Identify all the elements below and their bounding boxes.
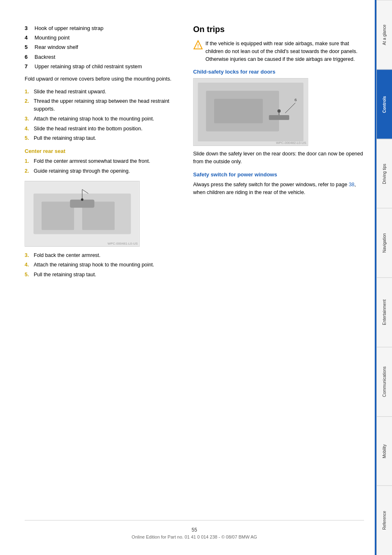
intro-text: Fold upward or remove covers before usin…: [25, 75, 181, 83]
step1-text-5: Pull the retaining strap taut.: [34, 134, 96, 142]
step3-4: 4. Attach the retaining strap hook to th…: [25, 261, 181, 269]
step1-4: 4. Slide the head restraint into the bot…: [25, 125, 181, 133]
step3-3: 3. Fold back the center armrest.: [25, 252, 181, 259]
footer-text: Online Edition for Part no. 01 41 0 014 …: [131, 534, 257, 539]
sidebar-tab-mobility[interactable]: Mobility: [377, 416, 392, 486]
step3-text-4: Attach the retaining strap hook to the m…: [34, 261, 154, 269]
step2-2: 2. Guide retaining strap through the ope…: [25, 167, 181, 175]
step3-num-5: 5.: [25, 271, 30, 279]
sidebar: At a glance Controls Driving tips Naviga…: [376, 0, 392, 555]
step1-num-5: 5.: [25, 134, 30, 142]
item-text-6: Backrest: [35, 53, 55, 61]
svg-rect-2: [42, 201, 74, 230]
sidebar-tab-driving-tips[interactable]: Driving tips: [377, 139, 392, 208]
center-armrest-diagram: WPC-000481-L0-US: [25, 181, 140, 247]
sidebar-tab-navigation[interactable]: Navigation: [377, 208, 392, 278]
item-num-5: 5: [25, 44, 31, 51]
step2-1: 1. Fold the center armrest somewhat towa…: [25, 157, 181, 165]
item-text-4: Mounting point: [35, 34, 69, 42]
step2-text-1: Fold the center armrest somewhat toward …: [34, 157, 150, 165]
sidebar-tab-controls[interactable]: Controls: [377, 69, 392, 139]
step3-num-3: 3.: [25, 252, 30, 259]
steps1-list: 1. Slide the head restraint upward. 2. T…: [25, 88, 181, 143]
warning-icon: !: [193, 40, 202, 63]
step1-2: 2. Thread the upper retaining strap betw…: [25, 97, 181, 113]
step3-5: 5. Pull the retaining strap taut.: [25, 271, 181, 279]
power-windows-link[interactable]: 38: [349, 182, 355, 187]
page-footer: 55 Online Edition for Part no. 01 41 0 0…: [25, 520, 364, 543]
item-text-5: Rear window shelf: [35, 44, 78, 51]
child-safety-photo: 6 WPC-000482-L0-US: [193, 78, 308, 146]
warning-box: ! If the vehicle is equipped with rear s…: [193, 40, 364, 63]
step1-num-2: 2.: [25, 97, 30, 113]
list-item-3: 3 Hook of upper retaining strap: [25, 25, 181, 32]
step3-text-3: Fold back the center armrest.: [34, 252, 101, 259]
power-windows-heading: Safety switch for power windows: [193, 171, 364, 178]
numbered-items-list: 3 Hook of upper retaining strap 4 Mounti…: [25, 25, 181, 70]
step1-text-1: Slide the head restraint upward.: [34, 88, 106, 96]
diagram-label: WPC-000481-L0-US: [108, 242, 138, 245]
blue-accent-bar: [375, 0, 376, 555]
power-windows-text-before: Always press the safety switch for the p…: [193, 182, 349, 187]
step1-text-2: Thread the upper retaining strap between…: [34, 97, 181, 113]
svg-text:!: !: [197, 43, 199, 49]
list-item-7: 7 Upper retaining strap of child restrai…: [25, 63, 181, 70]
svg-rect-13: [214, 99, 263, 123]
step2-num-2: 2.: [25, 167, 30, 175]
step1-num-3: 3.: [25, 115, 30, 123]
step2-num-1: 1.: [25, 157, 30, 165]
step1-text-4: Slide the head restraint into the bottom…: [34, 125, 143, 133]
sidebar-tab-reference[interactable]: Reference: [377, 486, 392, 555]
step1-3: 3. Attach the retaining strap hook to th…: [25, 115, 181, 123]
svg-point-6: [81, 198, 83, 201]
steps3-list: 3. Fold back the center armrest. 4. Atta…: [25, 252, 181, 279]
list-item-5: 5 Rear window shelf: [25, 44, 181, 51]
center-rear-seat-heading: Center rear seat: [25, 148, 181, 154]
page-number: 55: [25, 527, 364, 533]
sidebar-tab-communications[interactable]: Communications: [377, 347, 392, 416]
warning-text: If the vehicle is equipped with rear sid…: [205, 40, 364, 63]
item-num-7: 7: [25, 63, 31, 70]
steps2-list: 1. Fold the center armrest somewhat towa…: [25, 157, 181, 175]
item-num-3: 3: [25, 25, 31, 32]
list-item-4: 4 Mounting point: [25, 34, 181, 42]
svg-text:6: 6: [295, 98, 297, 102]
step1-num-4: 4.: [25, 125, 30, 133]
step1-text-3: Attach the retaining strap hook to the m…: [34, 115, 154, 123]
step2-text-2: Guide retaining strap through the openin…: [34, 167, 130, 175]
photo-label: WPC-000482-L0-US: [276, 141, 306, 145]
step1-num-1: 1.: [25, 88, 30, 96]
step1-5: 5. Pull the retaining strap taut.: [25, 134, 181, 142]
sidebar-tab-at-a-glance[interactable]: At a glance: [377, 0, 392, 69]
child-safety-text: Slide down the safety lever on the rear …: [193, 150, 364, 166]
sidebar-tab-entertainment[interactable]: Entertainment: [377, 278, 392, 347]
section-title: On trips: [193, 25, 364, 34]
item-text-7: Upper retaining strap of child restraint…: [35, 63, 142, 70]
list-item-6: 6 Backrest: [25, 53, 181, 61]
step1-1: 1. Slide the head restraint upward.: [25, 88, 181, 96]
step3-num-4: 4.: [25, 261, 30, 269]
svg-point-16: [277, 109, 281, 113]
item-num-4: 4: [25, 34, 31, 42]
item-text-3: Hook of upper retaining strap: [35, 25, 104, 32]
child-safety-heading: Child-safety locks for rear doors: [193, 69, 364, 75]
svg-rect-14: [269, 115, 289, 120]
power-windows-text: Always press the safety switch for the p…: [193, 181, 364, 197]
step3-text-5: Pull the retaining strap taut.: [34, 271, 96, 279]
item-num-6: 6: [25, 53, 31, 61]
